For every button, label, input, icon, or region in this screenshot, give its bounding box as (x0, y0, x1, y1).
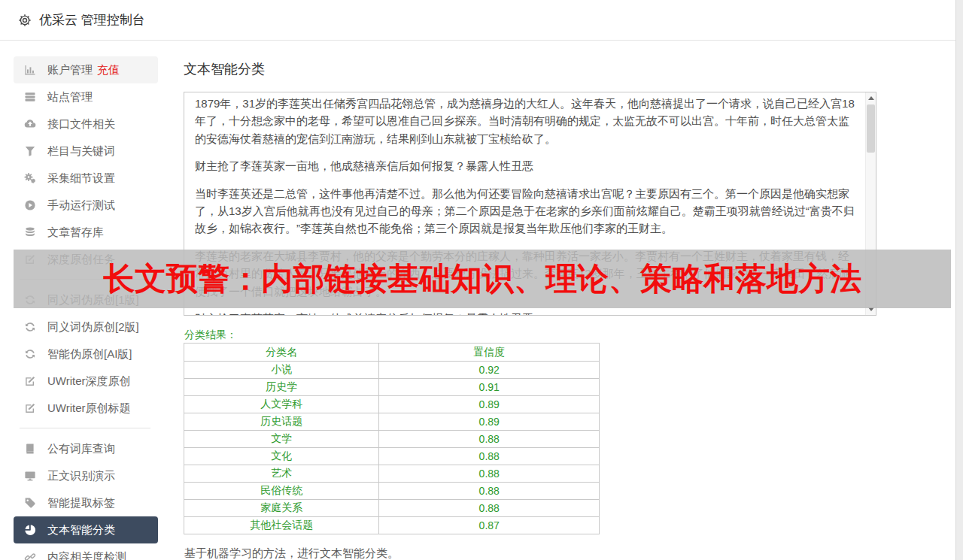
sidebar-item-label: 站点管理 (47, 90, 93, 104)
sidebar-item-手动运行测试[interactable]: 手动运行测试 (14, 192, 158, 219)
table-row: 其他社会话题0.87 (184, 517, 600, 534)
sidebar-item-站点管理[interactable]: 站点管理 (14, 83, 158, 110)
sidebar-item-采集细节设置[interactable]: 采集细节设置 (14, 165, 158, 192)
sidebar-item-栏目与关键词[interactable]: 栏目与关键词 (14, 138, 158, 165)
sidebar-item-文章暂存库[interactable]: 文章暂存库 (14, 219, 158, 246)
table-cell: 0.88 (379, 465, 600, 483)
sidebar-item-UWriter深度原创[interactable]: UWriter深度原创 (14, 368, 158, 395)
page-title: 文本智能分类 (184, 60, 265, 78)
table-cell: 0.88 (379, 483, 600, 500)
table-row: 文化0.88 (184, 448, 600, 465)
table-row: 艺术0.88 (184, 465, 600, 483)
sidebar-item-UWriter原创标题[interactable]: UWriter原创标题 (14, 395, 158, 422)
table-row: 历史学0.91 (184, 379, 600, 396)
sidebar-divider (14, 422, 158, 435)
table-cell: 家庭关系 (184, 500, 379, 517)
sidebar-item-label: UWriter深度原创 (47, 374, 131, 389)
sidebar-item-智能伪原创[AI版][interactable]: 智能伪原创[AI版] (14, 341, 158, 368)
table-cell: 0.88 (379, 448, 600, 465)
sidebar-item-label: 采集细节设置 (47, 171, 115, 186)
table-row: 历史话题0.89 (184, 413, 600, 431)
classification-table: 分类名置信度 小说0.92历史学0.91人文学科0.89历史话题0.89文学0.… (184, 343, 600, 534)
table-cell: 人文学科 (184, 396, 379, 413)
app-header: 优采云 管理控制台 (0, 0, 955, 41)
sidebar-item-内容相关度检测[interactable]: 内容相关度检测 (14, 543, 158, 560)
warning-banner-text: 长文预警：内部链接基础知识、理论、策略和落地方法 (103, 258, 861, 300)
sidebar-item-label: 同义词伪原创[2版] (47, 320, 139, 334)
book-icon (24, 443, 36, 455)
sidebar-item-label: 账户管理 (47, 63, 93, 77)
table-row: 文学0.88 (184, 431, 600, 448)
sidebar-item-label: 手动运行测试 (47, 198, 115, 213)
table-cell: 历史话题 (184, 413, 379, 431)
app-title: 优采云 管理控制台 (39, 11, 145, 29)
sidebar-item-公有词库查询[interactable]: 公有词库查询 (14, 435, 158, 462)
sidebar-item-账户管理[interactable]: 账户管理充值 (14, 56, 158, 83)
table-row: 民俗传统0.88 (184, 483, 600, 500)
sidebar-item-label: 内容相关度检测 (47, 550, 126, 560)
sidebar-item-智能提取标签[interactable]: 智能提取标签 (14, 489, 158, 516)
pie-chart-icon (24, 524, 36, 536)
table-row: 家庭关系0.88 (184, 500, 600, 517)
tag-icon (24, 497, 36, 509)
cloud-upload-icon (24, 118, 36, 130)
sidebar-item-文本智能分类[interactable]: 文本智能分类 (14, 516, 158, 543)
table-cell: 0.89 (379, 413, 600, 431)
table-cell: 文学 (184, 431, 379, 448)
link-icon (24, 551, 36, 560)
sidebar-item-label: 智能伪原创[AI版] (47, 347, 132, 362)
sidebar-item-label: 公有词库查询 (47, 442, 115, 456)
bar-chart-icon (24, 64, 36, 76)
table-cell: 0.87 (379, 517, 600, 534)
page-scrollbar-area[interactable] (955, 0, 963, 560)
page: 优采云 管理控制台 账户管理充值站点管理接口文件相关栏目与关键词采集细节设置手动… (0, 0, 963, 560)
warning-banner: 长文预警：内部链接基础知识、理论、策略和落地方法 (14, 250, 951, 308)
sidebar-item-label: 接口文件相关 (47, 117, 115, 132)
gears-icon (24, 172, 36, 184)
table-cell: 民俗传统 (184, 483, 379, 500)
sidebar: 账户管理充值站点管理接口文件相关栏目与关键词采集细节设置手动运行测试文章暂存库深… (14, 56, 158, 560)
refresh-icon (24, 321, 36, 333)
sidebar-item-label: 栏目与关键词 (47, 144, 115, 159)
refresh-icon (24, 348, 36, 360)
scroll-up-icon[interactable] (866, 93, 876, 103)
article-paragraph: 1879年，31岁的李莲英出任储秀宫四品花翎总管，成为慈禧身边的大红人。这年春天… (195, 95, 856, 147)
table-row: 小说0.92 (184, 362, 600, 379)
table-header-cell: 置信度 (379, 344, 600, 362)
table-header-cell: 分类名 (184, 344, 379, 362)
table-cell: 文化 (184, 448, 379, 465)
table-cell: 0.91 (379, 379, 600, 396)
article-paragraph: 当时李莲英还是二总管，这件事他再清楚不过。那么他为何还要冒险向慈禧请求出宫呢？主… (195, 185, 856, 238)
sidebar-item-正文识别演示[interactable]: 正文识别演示 (14, 462, 158, 489)
table-cell: 历史学 (184, 379, 379, 396)
database-icon (24, 226, 36, 238)
play-circle-icon (24, 199, 36, 211)
sidebar-item-label: 正文识别演示 (47, 469, 115, 483)
monitor-icon (24, 470, 36, 482)
table-cell: 0.88 (379, 431, 600, 448)
table-cell: 其他社会话题 (184, 517, 379, 534)
edit-icon (24, 402, 36, 414)
edit-icon (24, 375, 36, 387)
table-row: 人文学科0.89 (184, 396, 600, 413)
sidebar-item-label: 智能提取标签 (47, 496, 115, 510)
server-icon (24, 91, 36, 103)
article-paragraph: 财主抢了李莲英家一亩地，他成慈禧亲信后如何报复？暴露人性丑恶 (195, 310, 856, 316)
table-cell: 小说 (184, 362, 379, 379)
settings-gear-icon (18, 14, 32, 27)
table-cell: 0.88 (379, 500, 600, 517)
table-cell: 0.92 (379, 362, 600, 379)
sidebar-item-接口文件相关[interactable]: 接口文件相关 (14, 110, 158, 138)
filter-icon (24, 145, 36, 157)
sidebar-item-label: UWriter原创标题 (47, 401, 131, 416)
table-cell: 艺术 (184, 465, 379, 483)
scrollbar-thumb[interactable] (867, 104, 875, 153)
sidebar-item-label: 文本智能分类 (47, 523, 115, 537)
article-paragraph: 财主抢了李莲英家一亩地，他成慈禧亲信后如何报复？暴露人性丑恶 (195, 157, 856, 174)
sidebar-item-同义词伪原创[2版][interactable]: 同义词伪原创[2版] (14, 313, 158, 341)
recharge-badge[interactable]: 充值 (97, 63, 120, 77)
results-label: 分类结果： (184, 328, 237, 342)
footer-note: 基于机器学习的方法，进行文本智能分类。 (184, 546, 399, 560)
table-cell: 0.89 (379, 396, 600, 413)
sidebar-item-label: 文章暂存库 (47, 226, 104, 240)
